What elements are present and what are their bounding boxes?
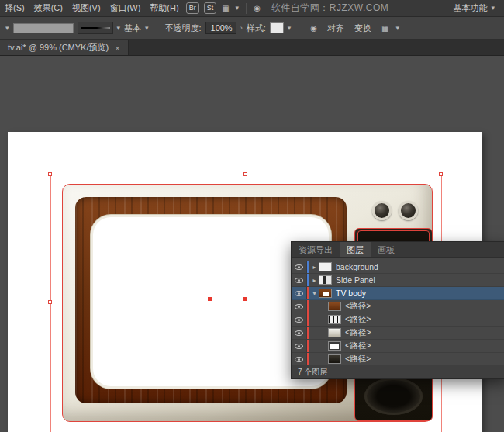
menu-bar: 择(S) 效果(C) 视图(V) 窗口(W) 帮助(H) Br St ▦ ▾ ◉… [0, 0, 504, 17]
eye-icon [295, 344, 303, 349]
layer-row-path[interactable]: <路径> [292, 313, 504, 327]
tv-knob-right[interactable] [399, 201, 418, 220]
collapse-icon[interactable]: ▾ [310, 290, 319, 297]
layer-list: ▸ background ▸ Side Panel ▾ TV body [292, 258, 504, 366]
tab-artboards[interactable]: 画板 [371, 242, 402, 257]
layer-color-bar [307, 261, 309, 273]
anchor-center-dot[interactable] [243, 297, 247, 301]
document-tab-bar: tv.ai* @ 99% (CMYK/预览) × [0, 40, 504, 56]
layer-row-side-panel[interactable]: ▸ Side Panel [292, 274, 504, 287]
layer-color-bar [307, 313, 309, 326]
divider [157, 22, 157, 33]
document-tab[interactable]: tv.ai* @ 99% (CMYK/预览) × [0, 40, 129, 55]
layer-thumbnail [319, 289, 332, 298]
fill-swatch[interactable] [13, 23, 74, 33]
expand-icon[interactable]: ▸ [310, 264, 319, 271]
eye-icon [295, 278, 303, 283]
selection-handle[interactable] [439, 172, 443, 176]
menu-window[interactable]: 窗口(W) [105, 2, 146, 14]
layer-row-path[interactable]: <路径> [292, 300, 504, 313]
opacity-label: 不透明度: [165, 22, 202, 34]
anchor-center-dot[interactable] [208, 297, 212, 301]
menu-help[interactable]: 帮助(H) [145, 2, 183, 14]
transform-button[interactable]: 变换 [351, 22, 375, 34]
style-swatch[interactable] [270, 22, 284, 33]
expand-icon[interactable]: ▸ [310, 277, 319, 284]
control-bar: ▾ ▾ 基本 ▾ 不透明度: 100% › 样式: ▾ ◉ 对齐 变换 ▦ ▾ [0, 17, 504, 40]
brush-dropdown-icon[interactable]: ▾ [145, 25, 149, 32]
visibility-toggle[interactable] [292, 327, 307, 339]
close-icon[interactable]: × [115, 43, 119, 53]
layer-color-bar [307, 287, 309, 299]
stroke-preview [81, 27, 110, 29]
bridge-badge[interactable]: Br [186, 2, 199, 14]
tv-speaker-cone-shape[interactable] [364, 378, 423, 415]
layer-name: background [336, 262, 378, 271]
visibility-toggle[interactable] [292, 300, 307, 313]
layer-thumbnail [328, 315, 341, 324]
menu-view[interactable]: 视图(V) [67, 2, 105, 14]
eye-icon [295, 317, 303, 323]
chevron-down-icon: ▾ [491, 5, 495, 12]
layer-name: <路径> [345, 301, 371, 312]
eye-icon [295, 357, 303, 362]
eye-icon [295, 291, 303, 296]
layer-name: Side Panel [336, 275, 375, 285]
more-options-icon[interactable]: ▦ [381, 24, 388, 33]
selection-handle[interactable] [48, 300, 52, 304]
fill-dropdown-icon[interactable]: ▾ [5, 25, 9, 32]
style-dropdown-icon[interactable]: ▾ [288, 25, 292, 32]
stock-badge[interactable]: St [204, 2, 217, 14]
stroke-dropdown-icon[interactable]: ▾ [117, 25, 121, 32]
arrange-documents-icon[interactable]: ▦ [222, 4, 229, 12]
tab-asset-export[interactable]: 资源导出 [292, 242, 340, 257]
menu-select[interactable]: 择(S) [0, 2, 29, 14]
panel-tab-bar: 资源导出 图层 画板 [292, 242, 504, 258]
menu-effect[interactable]: 效果(C) [29, 2, 67, 14]
layer-row-path[interactable]: <路径> [292, 327, 504, 340]
layer-name: <路径> [345, 354, 371, 365]
layer-name: <路径> [345, 327, 371, 338]
opacity-value[interactable]: 100% [205, 22, 236, 34]
layer-name: <路径> [345, 340, 371, 351]
align-button[interactable]: 对齐 [324, 22, 347, 34]
style-label: 样式: [247, 22, 266, 34]
layer-color-bar [307, 353, 309, 365]
chevron-right-icon[interactable]: › [240, 25, 243, 32]
layer-thumbnail [328, 341, 341, 351]
brush-definition-value[interactable]: 基本 [124, 22, 141, 34]
layer-thumbnail [328, 328, 341, 337]
chevron-down-icon[interactable]: ▾ [395, 25, 399, 32]
visibility-toggle[interactable] [292, 340, 307, 352]
layer-row-tv-body[interactable]: ▾ TV body [292, 287, 504, 300]
layer-thumbnail [328, 302, 341, 311]
divider [299, 22, 299, 33]
layer-thumbnail [319, 262, 332, 271]
layer-color-bar [307, 340, 309, 352]
layer-row-path[interactable]: <路径> [292, 340, 504, 353]
workspace-switcher[interactable]: 基本功能 ▾ [453, 2, 504, 14]
visibility-toggle[interactable] [292, 313, 307, 326]
document-tab-title: tv.ai* @ 99% (CMYK/预览) [8, 42, 109, 54]
selection-handle[interactable] [48, 172, 52, 176]
divider [246, 3, 247, 14]
visibility-toggle[interactable] [292, 261, 307, 273]
tab-layers[interactable]: 图层 [340, 242, 371, 257]
eye-icon [295, 330, 303, 336]
visibility-toggle[interactable] [292, 353, 307, 365]
visibility-toggle[interactable] [292, 287, 307, 299]
visibility-toggle[interactable] [292, 274, 307, 286]
selection-handle[interactable] [243, 172, 247, 176]
layers-count: 7 个图层 [292, 365, 504, 378]
stroke-weight-control[interactable] [78, 22, 113, 34]
layer-name: <路径> [345, 314, 371, 325]
layer-color-bar [307, 300, 309, 313]
layer-row-background[interactable]: ▸ background [292, 261, 504, 274]
shape-options-icon[interactable]: ◉ [310, 24, 317, 33]
layer-color-bar [307, 327, 309, 339]
search-icon[interactable]: ◉ [254, 4, 261, 12]
chevron-down-icon[interactable]: ▾ [236, 5, 240, 12]
tv-knob-left[interactable] [372, 201, 392, 220]
eye-icon [295, 264, 303, 270]
layer-name: TV body [336, 289, 366, 298]
